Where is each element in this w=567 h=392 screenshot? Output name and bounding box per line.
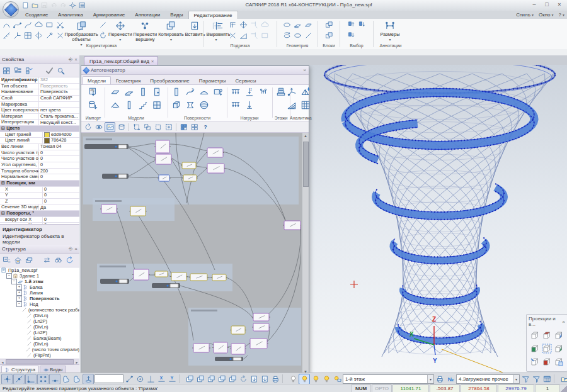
filter-check-icon[interactable]	[24, 65, 34, 76]
property-row[interactable]: СлойСлой САПФИР	[0, 96, 79, 102]
property-row[interactable]: Тип объектаПоверхность	[0, 84, 79, 90]
structure-hscrollbar[interactable]: ◂▸	[0, 359, 79, 365]
property-group-row[interactable]: ⊟ Повороты, °	[0, 211, 79, 217]
redo-icon[interactable]	[59, 1, 67, 9]
roof-icon[interactable]	[109, 99, 122, 111]
projection-view-9[interactable]	[553, 355, 565, 368]
window-menu-item-1[interactable]: Стиль▾	[516, 12, 534, 18]
scrollbar-thumb[interactable]	[303, 142, 309, 187]
copy-layer-icon[interactable]	[206, 374, 216, 384]
tree-item[interactable]: Балка(Beam)	[0, 335, 79, 341]
slab2-icon[interactable]	[123, 86, 136, 98]
ribbon-tab-1[interactable]: Создание	[20, 11, 53, 19]
tree-item[interactable]: −Нод	[0, 301, 79, 307]
corner-icon[interactable]	[227, 20, 238, 30]
print-view-icon[interactable]	[270, 374, 280, 384]
seldn-icon[interactable]	[357, 20, 367, 30]
graph-vscrollbar[interactable]: ▲ ▼	[302, 133, 309, 372]
blocks-icon[interactable]	[324, 20, 334, 30]
selup-icon[interactable]	[346, 20, 357, 30]
spline2-icon[interactable]: 2	[184, 86, 197, 98]
insert-model-2-icon[interactable]	[260, 374, 270, 384]
refresh-icon[interactable]	[83, 123, 93, 132]
property-value[interactable]: 200	[39, 169, 79, 174]
frame4-icon[interactable]	[164, 123, 173, 132]
door-icon[interactable]	[151, 86, 164, 98]
property-row[interactable]: НаименованиеПоверхность	[0, 89, 79, 96]
cloud-icon[interactable]	[33, 20, 43, 30]
property-row[interactable]: Цвет гранейedd94d00	[0, 132, 79, 138]
draw-line-icon[interactable]	[124, 374, 134, 384]
projection-view-7[interactable]	[529, 355, 541, 368]
ribbon-tab-5[interactable]: Виды	[165, 11, 188, 19]
corner-trim-button[interactable]: Угловая▾	[205, 20, 227, 45]
minimize-button[interactable]: –	[528, 0, 541, 9]
slab2-icon[interactable]	[292, 20, 302, 30]
property-row[interactable]: ИнтерпретацияНесущий конст...	[0, 120, 79, 126]
property-group-row[interactable]: ⊟ Цвета	[0, 126, 79, 132]
property-value[interactable]: 0	[39, 150, 79, 156]
ribbon-tab-3[interactable]: Армирование	[88, 11, 130, 19]
paste-button[interactable]: Вставить	[185, 20, 205, 45]
freeline-icon[interactable]	[23, 20, 33, 30]
stairs-icon[interactable]	[137, 99, 150, 111]
seldn-icon[interactable]	[346, 31, 357, 40]
projection-view-4[interactable]	[529, 342, 541, 355]
node-graph-canvas[interactable]: ▲ ▼	[81, 133, 309, 372]
eye-icon[interactable]	[94, 123, 103, 132]
property-value[interactable]: Да	[39, 204, 79, 210]
property-value[interactable]: 0	[43, 199, 79, 204]
axes-icon[interactable]	[12, 31, 22, 40]
frame2-icon[interactable]	[142, 123, 152, 132]
property-value[interactable]: Несущий конст...	[39, 120, 79, 125]
property-value[interactable]: Сталь прокатна...	[39, 114, 79, 120]
measure-icon[interactable]	[1, 31, 11, 40]
property-row[interactable]: Цвет поверхностинет цвета	[0, 108, 79, 114]
insert-model-icon[interactable]	[249, 374, 259, 384]
filter-params-icon[interactable]	[520, 374, 530, 384]
collapse-icon[interactable]: −	[16, 301, 22, 307]
property-row[interactable]: Толщина оболочки...200	[0, 169, 79, 175]
db-icon[interactable]	[117, 123, 126, 132]
gridA-icon[interactable]	[179, 123, 188, 132]
projection-view-2[interactable]	[541, 328, 553, 342]
open-file-icon[interactable]	[31, 1, 39, 9]
refresh-tree-icon[interactable]	[64, 255, 74, 266]
ellrot-icon[interactable]	[282, 31, 292, 40]
trim-icon[interactable]	[249, 20, 259, 30]
property-value[interactable]: нет цвета	[39, 108, 79, 113]
wall-icon[interactable]	[137, 86, 150, 98]
property-value[interactable]: 786428	[43, 138, 79, 143]
objimport-icon[interactable]: obj	[87, 86, 100, 98]
lamp-small-icon[interactable]	[311, 374, 321, 384]
blocks-icon[interactable]	[324, 31, 334, 40]
tree-item[interactable]: (DivLn)	[0, 313, 79, 318]
property-row[interactable]: Нормальное смещ...0	[0, 174, 79, 181]
loaddist-icon[interactable]	[229, 99, 243, 111]
numbering-icon[interactable]: №	[445, 374, 455, 384]
rectic-icon[interactable]	[260, 31, 270, 40]
expand-icon[interactable]: +	[16, 284, 22, 290]
dimensions-button[interactable]: Размеры▾	[375, 20, 404, 45]
tree-item[interactable]: (FlipPnt)	[0, 352, 79, 358]
copy-array-icon[interactable]	[227, 374, 238, 384]
move-icon[interactable]	[238, 20, 248, 30]
search-icon[interactable]	[55, 65, 66, 76]
copy-object-icon[interactable]	[185, 374, 195, 384]
projection-view-3[interactable]	[553, 328, 565, 342]
lamp-white-icon[interactable]	[288, 374, 298, 384]
filter-apply-icon[interactable]	[531, 374, 541, 384]
property-row[interactable]: Y0	[0, 193, 79, 199]
chevron-down-icon[interactable]: ▾	[513, 375, 519, 383]
close-icon[interactable]: ×	[303, 67, 306, 73]
property-group-row[interactable]: ⊟ Позиция, мм	[0, 181, 79, 187]
autogen-tab-4[interactable]: Параметры	[195, 77, 231, 84]
floor-select[interactable]: 1-й этаж▾	[343, 374, 434, 384]
load-select[interactable]: 4.Загружение прочее▾	[456, 374, 520, 384]
rectic-icon[interactable]	[44, 20, 54, 30]
dropper-icon[interactable]	[44, 31, 54, 40]
collapse-icon[interactable]: −	[11, 279, 17, 284]
property-value[interactable]: Слой САПФИР	[39, 96, 79, 101]
move-vertex-button[interactable]: Перенести вершину	[134, 20, 158, 45]
property-row[interactable]: Z0	[0, 199, 79, 205]
